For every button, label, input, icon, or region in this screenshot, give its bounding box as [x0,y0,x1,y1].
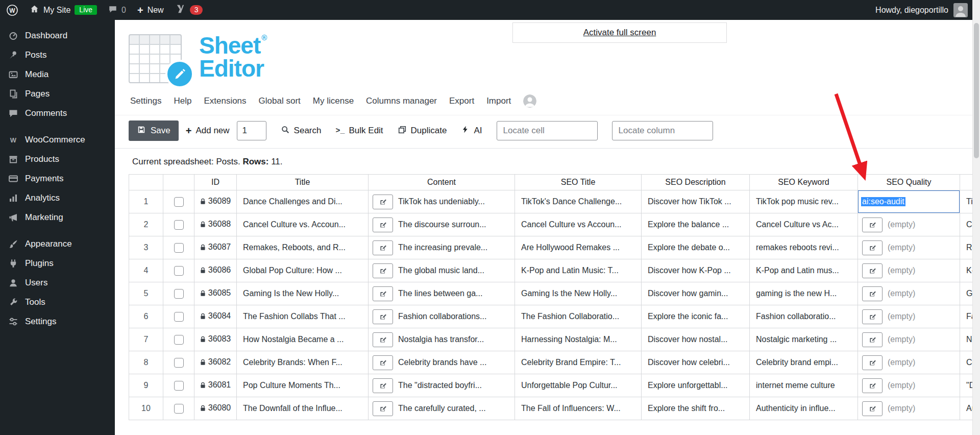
content-cell[interactable]: The lines between ga... [369,282,515,305]
edit-content-button[interactable] [373,355,393,370]
edit-seo-quality-button[interactable] [862,240,883,255]
seo-description-cell[interactable]: Discover how nostal... [642,328,750,351]
row-checkbox[interactable] [174,335,184,345]
menu-item-import[interactable]: Import [486,96,511,106]
id-cell[interactable]: 36088 [194,213,237,236]
edit-seo-quality-button[interactable] [862,263,883,278]
sidebar-item-tools[interactable]: Tools [0,293,115,312]
active-cell-editor[interactable]: ai:seo-audit [858,190,960,213]
edit-content-button[interactable] [373,378,393,393]
edit-content-button[interactable] [373,240,393,255]
checkbox-cell[interactable] [163,259,194,282]
row-checkbox[interactable] [174,197,184,207]
edit-seo-quality-button[interactable] [862,309,883,324]
seo-title-cell[interactable]: TikTok's Dance Challenge... [515,190,642,213]
sidebar-item-woocommerce[interactable]: WWooCommerce [0,130,115,150]
seo-title-cell[interactable]: Cancel Culture vs Accoun... [515,213,642,236]
seo-description-cell[interactable]: Explore the iconic fa... [642,305,750,328]
seo-quality-cell[interactable]: (empty) [858,236,960,259]
menu-item-settings[interactable]: Settings [130,96,161,106]
id-cell[interactable]: 36085 [194,282,237,305]
checkbox-cell[interactable] [163,374,194,397]
seo-quality-cell[interactable]: (empty) [858,328,960,351]
row-checkbox[interactable] [174,220,184,230]
edit-seo-quality-button[interactable] [862,218,883,232]
menu-item-columns-manager[interactable]: Columns manager [366,96,437,106]
edit-seo-quality-button[interactable] [862,332,883,347]
edit-content-button[interactable] [373,401,393,416]
new-menu[interactable]: + New [137,5,164,15]
locate-cell-input[interactable] [497,121,598,140]
row-checkbox[interactable] [174,266,184,276]
edit-seo-quality-button[interactable] [862,286,883,301]
sidebar-item-posts[interactable]: Posts [0,45,115,65]
column-header-seo-description[interactable]: SEO Description [642,175,750,190]
title-cell[interactable]: How Nostalgia Became a ... [237,328,369,351]
column-header-title[interactable]: Title [237,175,369,190]
content-cell[interactable]: Celebrity brands have ... [369,351,515,374]
sidebar-item-products[interactable]: Products [0,150,115,169]
locate-column-input[interactable] [612,121,713,140]
account-icon[interactable] [523,94,536,108]
edit-content-button[interactable] [373,309,393,324]
title-cell[interactable]: The Downfall of the Influe... [237,397,369,420]
fullscreen-toggle[interactable]: Activate full screen [512,22,727,43]
checkbox-cell[interactable] [163,305,194,328]
row-checkbox[interactable] [174,404,184,414]
title-cell[interactable]: Global Pop Culture: How ... [237,259,369,282]
sidebar-item-media[interactable]: Media [0,65,115,84]
checkbox-cell[interactable] [163,397,194,420]
seo-quality-cell[interactable]: (empty) [858,282,960,305]
content-cell[interactable]: The "distracted boyfri... [369,374,515,397]
seo-keyword-cell[interactable]: Authenticity in influe... [750,397,858,420]
content-cell[interactable]: TikTok has undeniably... [369,190,515,213]
seo-title-cell[interactable]: K-Pop and Latin Music: T... [515,259,642,282]
menu-item-export[interactable]: Export [449,96,474,106]
checkbox-cell[interactable] [163,328,194,351]
checkbox-cell[interactable] [163,351,194,374]
id-cell[interactable]: 36082 [194,351,237,374]
title-cell[interactable]: Dance Challenges and Di... [237,190,369,213]
menu-item-my-license[interactable]: My license [313,96,354,106]
seo-quality-cell[interactable]: (empty) [858,351,960,374]
edit-content-button[interactable] [373,263,393,278]
menu-item-help[interactable]: Help [174,96,191,106]
seo-title-cell[interactable]: Celebrity Brand Empire: T... [515,351,642,374]
sidebar-item-analytics[interactable]: Analytics [0,188,115,208]
content-cell[interactable]: Nostalgia has transfor... [369,328,515,351]
add-new-count-input[interactable] [237,121,266,140]
id-cell[interactable]: 36087 [194,236,237,259]
id-cell[interactable]: 36080 [194,397,237,420]
seo-keyword-cell[interactable]: remakes reboots revi... [750,236,858,259]
ai-button[interactable]: AI [461,125,482,136]
bulk-edit-button[interactable]: >_ Bulk Edit [335,126,383,136]
comments-indicator[interactable]: 0 [108,5,126,16]
sidebar-item-appearance[interactable]: Appearance [0,234,115,254]
column-header-id[interactable]: ID [194,175,237,190]
seo-quality-cell[interactable]: (empty) [858,374,960,397]
yoast-menu[interactable]: 3 [175,4,203,16]
add-new-button[interactable]: + Add new [186,126,230,136]
scrollbar-thumb[interactable] [974,23,979,158]
menu-item-extensions[interactable]: Extensions [204,96,246,106]
edit-content-button[interactable] [373,218,393,232]
seo-quality-cell[interactable]: (empty) [858,305,960,328]
row-checkbox[interactable] [174,289,184,299]
seo-description-cell[interactable]: Explore the shift fro... [642,397,750,420]
content-cell[interactable]: The increasing prevale... [369,236,515,259]
seo-description-cell[interactable]: Discover how K-Pop ... [642,259,750,282]
content-cell[interactable]: Fashion collaborations... [369,305,515,328]
row-checkbox[interactable] [174,381,184,391]
seo-keyword-cell[interactable]: K-Pop and Latin mus... [750,259,858,282]
sidebar-item-payments[interactable]: Payments [0,169,115,188]
howdy-text[interactable]: Howdy, diegoportillo [875,6,948,15]
seo-keyword-cell[interactable]: gaming is the new H... [750,282,858,305]
seo-title-cell[interactable]: The Fall of Influencers: W... [515,397,642,420]
site-menu[interactable]: My Site Live [30,4,97,16]
id-cell[interactable]: 36086 [194,259,237,282]
duplicate-button[interactable]: Duplicate [398,125,447,137]
edit-content-button[interactable] [373,332,393,347]
edit-seo-quality-button[interactable] [862,401,883,416]
seo-description-cell[interactable]: Explore unforgettabl... [642,374,750,397]
content-cell[interactable]: The global music land... [369,259,515,282]
